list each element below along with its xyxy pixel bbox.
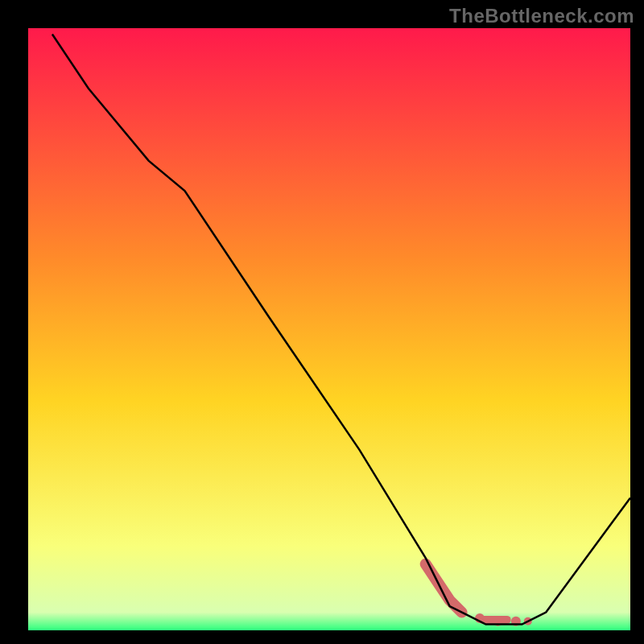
chart-frame: TheBottleneck.com bbox=[0, 0, 644, 644]
watermark-text: TheBottleneck.com bbox=[449, 5, 634, 27]
plot-background bbox=[28, 28, 630, 630]
chart-svg bbox=[0, 0, 644, 644]
